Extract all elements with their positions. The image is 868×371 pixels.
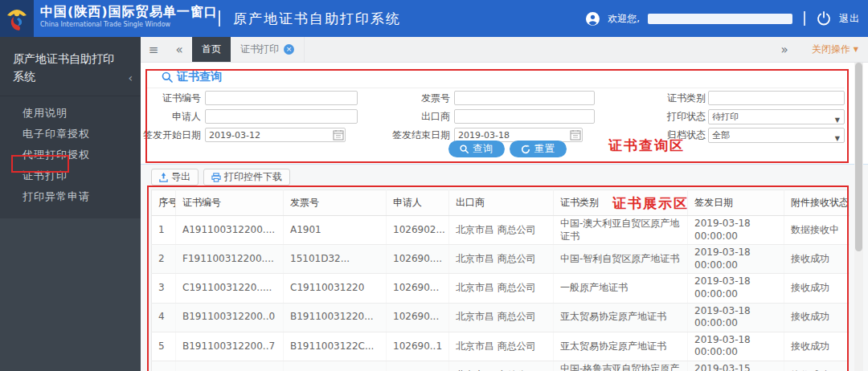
table-cell: 北京市昌 商总公司 xyxy=(449,245,554,274)
tab-cert-print[interactable]: 证书打印 × xyxy=(231,37,305,62)
table-cell: C19110031220..... xyxy=(176,274,284,303)
cert-type-label: 证书类别 xyxy=(657,91,706,105)
table-cell: GE1911003122...01 xyxy=(176,361,284,371)
print-status-value: 待打印 xyxy=(712,112,739,122)
cert-type-input[interactable] xyxy=(708,91,845,105)
print-control-download-button[interactable]: 打印控件下载 xyxy=(203,169,290,186)
tabbar-right-tools: » 关闭操作 ▼ xyxy=(772,37,868,62)
archive-status-select[interactable]: 全部 ▼ xyxy=(708,128,845,143)
col-seq: 序号 xyxy=(152,190,176,216)
sidebar-item-eseal-auth[interactable]: 电子印章授权 xyxy=(0,124,141,145)
table-cell: B1911003122C... xyxy=(284,332,387,361)
reset-button-label: 重置 xyxy=(534,142,555,156)
table-cell: 北京市昌 商总公司 xyxy=(449,274,554,303)
applicant-input[interactable] xyxy=(205,109,358,124)
table-row[interactable]: 3C19110031220.....C19110031220102690...北… xyxy=(152,274,850,303)
query-panel-title-text: 证书查询 xyxy=(177,70,222,84)
table-cell: 接收成功 xyxy=(784,303,850,332)
reset-button[interactable]: 重置 xyxy=(510,141,567,157)
logout-button[interactable]: 退出 xyxy=(839,12,860,26)
query-buttons: 查询 重置 xyxy=(448,141,567,157)
table-cell: 1 xyxy=(152,216,176,245)
tab-cert-print-label: 证书打印 xyxy=(240,43,279,56)
table-cell: A1901 xyxy=(284,216,387,245)
sidebar-item-cert-print[interactable]: 证书打印 xyxy=(0,165,141,186)
table-cell: 2019-03-18 00:00:00 xyxy=(688,245,784,274)
col-cert-type: 证书类别 xyxy=(554,190,688,216)
applicant-label: 申请人 xyxy=(149,109,201,124)
power-icon[interactable] xyxy=(817,11,831,26)
search-button[interactable]: 查询 xyxy=(448,141,505,157)
printer-icon xyxy=(211,173,221,182)
table-cell: 中国-澳大利亚自贸区原产地证书 xyxy=(554,216,688,245)
tab-home[interactable]: 首页 xyxy=(192,37,231,62)
redacted-username xyxy=(648,14,792,24)
start-date-label: 签发开始日期 xyxy=(141,128,201,142)
scrollbar-thumb[interactable] xyxy=(855,63,862,251)
table-cell: 6 xyxy=(152,361,176,371)
header-separator xyxy=(804,11,805,26)
query-panel-title: 证书查询 xyxy=(162,70,222,84)
print-status-caret-icon: ▼ xyxy=(835,113,840,127)
archive-status-caret-icon: ▼ xyxy=(835,132,840,145)
table-cell: 北京市昌 商总公司 xyxy=(449,303,554,332)
close-operations-menu[interactable]: 关闭操作 ▼ xyxy=(812,43,858,56)
print-control-download-label: 打印控件下载 xyxy=(224,170,282,184)
top-header: 中国(陕西)国际贸易单一窗口 China International Trade… xyxy=(0,0,868,37)
table-row[interactable]: 2F191100312200....15101D32...102690....北… xyxy=(152,245,850,274)
table-row[interactable]: 5B191100312200..7B1911003122C...102690..… xyxy=(152,332,850,361)
col-exporter: 出口商 xyxy=(449,190,554,216)
table-cell: 接收成功 xyxy=(784,245,850,274)
app-logo xyxy=(0,0,34,37)
table-cell: B191100312200..7 xyxy=(176,332,284,361)
scroll-tabs-left-icon[interactable]: « xyxy=(166,37,192,62)
col-cert-no: 证书编号 xyxy=(176,190,284,216)
tab-bar: ≡ « 首页 证书打印 × » 关闭操作 ▼ xyxy=(141,37,868,63)
table-cell: GE19110031220.. xyxy=(284,361,387,371)
header-user-area: 欢迎您, 退出 xyxy=(586,0,860,37)
exporter-label: 出口商 xyxy=(402,109,450,124)
col-invoice-no: 发票号 xyxy=(284,190,387,216)
table-row[interactable]: 1A191100312200....A19011026902...北京市昌 商总… xyxy=(152,216,850,245)
table-row[interactable]: 4B191100312200..0B19110031220...102690..… xyxy=(152,303,850,332)
certificate-table: 序号 证书编号 发票号 申请人 出口商 证书类别 签发日期 附件接收状态 1A1… xyxy=(151,190,850,371)
brand-subtitle: China International Trade Single Window xyxy=(40,21,218,28)
table-cell: 北京市昌 商总公司 xyxy=(449,332,554,361)
export-button[interactable]: 导出 xyxy=(151,169,199,186)
table-cell: 中国-格鲁吉亚自贸协定原产地证书 xyxy=(554,361,688,371)
sidebar-item-print-exception[interactable]: 打印异常申请 xyxy=(0,186,141,207)
sidebar-item-agent-print-auth[interactable]: 代理打印授权 xyxy=(0,145,141,165)
table-row[interactable]: 6GE1911003122...01GE19110031220..102690.… xyxy=(152,361,850,371)
exporter-input[interactable] xyxy=(454,109,595,124)
table-cell: A191100312200.... xyxy=(176,216,284,245)
calendar-icon[interactable] xyxy=(333,129,344,141)
cert-no-input[interactable] xyxy=(205,91,358,105)
print-status-label: 打印状态 xyxy=(648,109,706,124)
sidebar-menu: 使用说明 电子印章授权 代理打印授权 证书打印 打印异常申请 xyxy=(0,96,141,218)
start-date-input[interactable] xyxy=(205,128,346,142)
sidebar-collapse-icon[interactable]: ‹ xyxy=(128,71,133,84)
table-cell: 2019-03-18 00:00:00 xyxy=(688,216,784,245)
table-cell: 4 xyxy=(152,303,176,332)
scroll-tabs-right-icon[interactable]: » xyxy=(772,43,797,57)
sidebar-item-usage[interactable]: 使用说明 xyxy=(0,103,141,124)
search-button-label: 查询 xyxy=(473,142,493,156)
close-operations-label: 关闭操作 xyxy=(812,43,850,55)
table-cell: 2019-03-18 00:00:00 xyxy=(688,303,784,332)
page-title: 原产地证书自助打印系统 xyxy=(233,10,401,28)
table-cell: B19110031220... xyxy=(284,303,387,332)
table-cell: 中国-智利自贸区原产地证书 xyxy=(554,245,688,274)
tab-home-label: 首页 xyxy=(202,43,221,56)
table-header: 序号 证书编号 发票号 申请人 出口商 证书类别 签发日期 附件接收状态 xyxy=(152,190,850,216)
archive-status-label: 归档状态 xyxy=(648,128,706,142)
hamburger-icon[interactable]: ≡ xyxy=(141,37,166,62)
invoice-input[interactable] xyxy=(454,91,595,105)
calendar-icon[interactable] xyxy=(570,129,581,141)
cert-no-label: 证书编号 xyxy=(149,91,201,105)
vertical-scrollbar[interactable] xyxy=(854,63,863,371)
certificate-query-panel: 证书查询 证书编号 发票号 证书类别 申请人 出口商 打印状态 待打印 ▼ 签发… xyxy=(141,63,868,165)
search-icon xyxy=(162,71,173,83)
print-status-select[interactable]: 待打印 ▼ xyxy=(708,109,845,124)
refresh-icon xyxy=(521,145,530,154)
tab-close-icon[interactable]: × xyxy=(284,44,294,55)
